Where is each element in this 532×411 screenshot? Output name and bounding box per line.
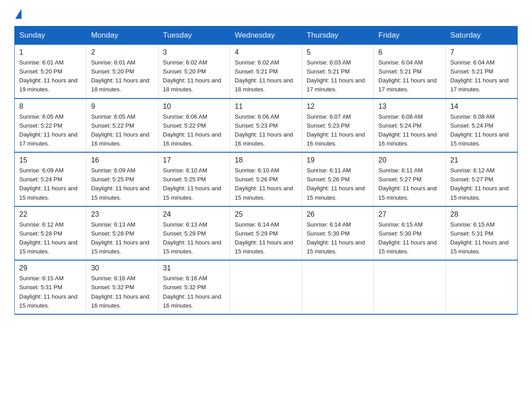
day-info: Sunrise: 6:05 AMSunset: 5:22 PMDaylight:…: [19, 112, 82, 149]
calendar-cell: 9Sunrise: 6:05 AMSunset: 5:22 PMDaylight…: [86, 98, 158, 153]
day-number: 4: [235, 48, 297, 56]
calendar-cell: 2Sunrise: 6:01 AMSunset: 5:20 PMDaylight…: [86, 45, 158, 98]
day-info: Sunrise: 6:12 AMSunset: 5:27 PMDaylight:…: [450, 166, 513, 202]
day-number: 15: [19, 156, 82, 164]
calendar-cell: 26Sunrise: 6:14 AMSunset: 5:30 PMDayligh…: [302, 206, 373, 261]
day-info: Sunrise: 6:06 AMSunset: 5:22 PMDaylight:…: [163, 112, 225, 149]
day-info: Sunrise: 6:02 AMSunset: 5:20 PMDaylight:…: [163, 58, 225, 94]
day-number: 1: [19, 48, 82, 56]
day-info: Sunrise: 6:01 AMSunset: 5:20 PMDaylight:…: [91, 58, 153, 94]
calendar-cell: 23Sunrise: 6:13 AMSunset: 5:28 PMDayligh…: [86, 206, 158, 261]
day-info: Sunrise: 6:14 AMSunset: 5:30 PMDaylight:…: [307, 220, 369, 257]
day-number: 8: [19, 103, 82, 111]
day-number: 10: [163, 103, 225, 111]
calendar-cell: 10Sunrise: 6:06 AMSunset: 5:22 PMDayligh…: [158, 98, 230, 153]
calendar-week-2: 8Sunrise: 6:05 AMSunset: 5:22 PMDaylight…: [15, 98, 518, 153]
day-info: Sunrise: 6:08 AMSunset: 5:24 PMDaylight:…: [378, 112, 441, 149]
calendar-cell: 13Sunrise: 6:08 AMSunset: 5:24 PMDayligh…: [374, 98, 446, 153]
day-number: 28: [450, 210, 513, 218]
day-number: 12: [307, 103, 369, 111]
calendar-cell: 12Sunrise: 6:07 AMSunset: 5:23 PMDayligh…: [302, 98, 373, 153]
calendar-week-3: 15Sunrise: 6:09 AMSunset: 5:24 PMDayligh…: [15, 152, 518, 206]
calendar-cell: 7Sunrise: 6:04 AMSunset: 5:21 PMDaylight…: [446, 45, 517, 98]
calendar-cell: [374, 260, 446, 314]
calendar-week-1: 1Sunrise: 6:01 AMSunset: 5:20 PMDaylight…: [15, 45, 518, 98]
day-info: Sunrise: 6:04 AMSunset: 5:21 PMDaylight:…: [450, 58, 513, 94]
calendar-cell: 31Sunrise: 6:16 AMSunset: 5:32 PMDayligh…: [158, 260, 230, 314]
calendar-cell: 24Sunrise: 6:13 AMSunset: 5:29 PMDayligh…: [158, 206, 230, 261]
day-info: Sunrise: 6:14 AMSunset: 5:29 PMDaylight:…: [235, 220, 297, 257]
calendar-cell: 28Sunrise: 6:15 AMSunset: 5:31 PMDayligh…: [446, 206, 517, 261]
day-info: Sunrise: 6:01 AMSunset: 5:20 PMDaylight:…: [19, 58, 82, 94]
day-number: 19: [307, 156, 369, 164]
day-info: Sunrise: 6:16 AMSunset: 5:32 PMDaylight:…: [163, 274, 225, 310]
day-header-monday: Monday: [86, 26, 158, 45]
day-info: Sunrise: 6:13 AMSunset: 5:29 PMDaylight:…: [163, 220, 225, 257]
calendar-cell: 3Sunrise: 6:02 AMSunset: 5:20 PMDaylight…: [158, 45, 230, 98]
calendar-cell: 11Sunrise: 6:06 AMSunset: 5:23 PMDayligh…: [230, 98, 302, 153]
day-info: Sunrise: 6:09 AMSunset: 5:25 PMDaylight:…: [91, 166, 153, 202]
day-number: 16: [91, 156, 153, 164]
day-number: 14: [450, 103, 513, 111]
day-number: 7: [450, 48, 513, 56]
day-number: 30: [91, 264, 153, 272]
day-header-saturday: Saturday: [446, 26, 517, 45]
day-number: 21: [450, 156, 513, 164]
day-number: 3: [163, 48, 225, 56]
day-number: 18: [235, 156, 297, 164]
day-info: Sunrise: 6:05 AMSunset: 5:22 PMDaylight:…: [91, 112, 153, 149]
calendar-cell: 25Sunrise: 6:14 AMSunset: 5:29 PMDayligh…: [230, 206, 302, 261]
calendar-cell: 22Sunrise: 6:12 AMSunset: 5:28 PMDayligh…: [15, 206, 86, 261]
calendar-cell: 30Sunrise: 6:16 AMSunset: 5:32 PMDayligh…: [86, 260, 158, 314]
day-number: 6: [378, 48, 441, 56]
day-info: Sunrise: 6:08 AMSunset: 5:24 PMDaylight:…: [450, 112, 513, 149]
calendar-cell: 17Sunrise: 6:10 AMSunset: 5:25 PMDayligh…: [158, 152, 230, 206]
calendar-cell: 15Sunrise: 6:09 AMSunset: 5:24 PMDayligh…: [15, 152, 86, 206]
day-info: Sunrise: 6:13 AMSunset: 5:28 PMDaylight:…: [91, 220, 153, 257]
day-info: Sunrise: 6:03 AMSunset: 5:21 PMDaylight:…: [307, 58, 369, 94]
day-info: Sunrise: 6:15 AMSunset: 5:31 PMDaylight:…: [450, 220, 513, 257]
calendar-cell: 16Sunrise: 6:09 AMSunset: 5:25 PMDayligh…: [86, 152, 158, 206]
day-number: 29: [19, 264, 82, 272]
day-info: Sunrise: 6:11 AMSunset: 5:27 PMDaylight:…: [378, 166, 441, 202]
page-header: [14, 11, 518, 19]
calendar-header: SundayMondayTuesdayWednesdayThursdayFrid…: [15, 26, 518, 45]
day-number: 25: [235, 210, 297, 218]
calendar-cell: 29Sunrise: 6:15 AMSunset: 5:31 PMDayligh…: [15, 260, 86, 314]
logo: [14, 11, 22, 19]
day-number: 5: [307, 48, 369, 56]
logo-triangle-icon: [15, 9, 21, 19]
day-header-sunday: Sunday: [15, 26, 86, 45]
day-number: 9: [91, 103, 153, 111]
day-number: 23: [91, 210, 153, 218]
calendar-body: 1Sunrise: 6:01 AMSunset: 5:20 PMDaylight…: [15, 45, 518, 314]
day-info: Sunrise: 6:06 AMSunset: 5:23 PMDaylight:…: [235, 112, 297, 149]
day-number: 11: [235, 103, 297, 111]
day-info: Sunrise: 6:02 AMSunset: 5:21 PMDaylight:…: [235, 58, 297, 94]
day-info: Sunrise: 6:12 AMSunset: 5:28 PMDaylight:…: [19, 220, 82, 257]
day-header-wednesday: Wednesday: [230, 26, 302, 45]
calendar-cell: [230, 260, 302, 314]
calendar-cell: 18Sunrise: 6:10 AMSunset: 5:26 PMDayligh…: [230, 152, 302, 206]
day-info: Sunrise: 6:15 AMSunset: 5:31 PMDaylight:…: [19, 274, 82, 310]
calendar-cell: 6Sunrise: 6:04 AMSunset: 5:21 PMDaylight…: [374, 45, 446, 98]
day-header-friday: Friday: [374, 26, 446, 45]
day-header-thursday: Thursday: [302, 26, 373, 45]
day-number: 2: [91, 48, 153, 56]
calendar-cell: 21Sunrise: 6:12 AMSunset: 5:27 PMDayligh…: [446, 152, 517, 206]
day-info: Sunrise: 6:10 AMSunset: 5:25 PMDaylight:…: [163, 166, 225, 202]
day-number: 31: [163, 264, 225, 272]
calendar-cell: 27Sunrise: 6:15 AMSunset: 5:30 PMDayligh…: [374, 206, 446, 261]
day-info: Sunrise: 6:15 AMSunset: 5:30 PMDaylight:…: [378, 220, 441, 257]
day-number: 22: [19, 210, 82, 218]
calendar-table: SundayMondayTuesdayWednesdayThursdayFrid…: [14, 26, 518, 315]
calendar-cell: 5Sunrise: 6:03 AMSunset: 5:21 PMDaylight…: [302, 45, 373, 98]
calendar-cell: 14Sunrise: 6:08 AMSunset: 5:24 PMDayligh…: [446, 98, 517, 153]
calendar-cell: [302, 260, 373, 314]
calendar-week-5: 29Sunrise: 6:15 AMSunset: 5:31 PMDayligh…: [15, 260, 518, 314]
day-info: Sunrise: 6:09 AMSunset: 5:24 PMDaylight:…: [19, 166, 82, 202]
day-number: 13: [378, 103, 441, 111]
day-info: Sunrise: 6:07 AMSunset: 5:23 PMDaylight:…: [307, 112, 369, 149]
calendar-cell: [446, 260, 517, 314]
day-number: 24: [163, 210, 225, 218]
